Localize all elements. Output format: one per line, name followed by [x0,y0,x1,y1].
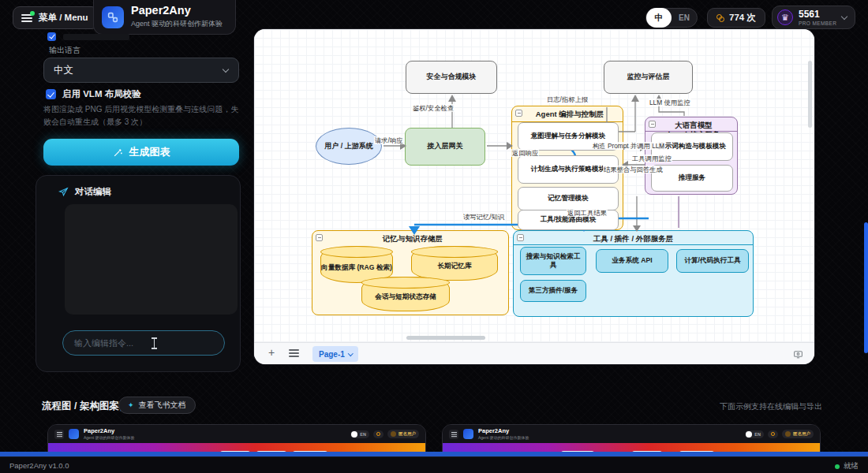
tools-layer-title: 工具 / 插件 / 外部服务层 [561,234,705,244]
chat-command-input[interactable]: 输入编辑指令... [62,330,225,356]
node-gateway[interactable]: 接入层网关 [405,128,485,166]
app-logo[interactable]: Paper2Any Agent 驱动的科研创作新体验 [93,0,236,35]
mini-app-title: Paper2Any [84,428,134,434]
chat-input-placeholder: 输入编辑指令... [74,337,133,349]
vlm-checkbox-label: 启用 VLM 布局校验 [62,88,141,100]
edge-label-llm-monitor: LLM 使用监控 [649,99,691,106]
checkbox-checked-icon [46,89,56,99]
canvas-vertical-scrollbar[interactable] [808,61,812,128]
examples-heading: 流程图 / 架构图案例 [42,400,129,413]
mini-user-badge: 匿名用户 [782,430,814,438]
hamburger-icon [54,430,64,439]
collapse-icon[interactable] [517,234,524,241]
credits-counter[interactable]: 774 次 [707,8,765,28]
output-language-value: 中文 [54,64,73,77]
node-monitor[interactable]: 监控与评估层 [604,61,693,94]
edge-label-tool-monitor: 工具调用监控 [631,155,672,162]
ready-status: 就绪 [835,461,859,471]
edge-label-response: 返回响应 [511,149,539,157]
page-scrollbar-thumb[interactable] [864,222,868,353]
checkbox-checked-icon [47,32,56,41]
member-tier: PRO MEMBER [799,20,836,26]
node-user[interactable]: 用户 / 上游系统 [316,128,382,165]
hamburger-icon [21,14,32,22]
edge-label-memory-rw: 读写记忆/知识 [462,213,505,221]
tool-code-execution[interactable]: 计算/代码执行工具 [676,249,749,273]
mini-topbar: Paper2Any Agent 驱动的科研创作新体验 EN 匿名用户 [443,425,820,443]
canvas-horizontal-scrollbar[interactable] [406,336,485,340]
mini-language-toggle: EN [350,430,369,438]
link-chain-icon [69,429,79,439]
language-toggle[interactable]: 中 EN [645,8,698,28]
member-badge[interactable]: ♛ 5561 PRO MEMBER [772,6,855,29]
diagram-canvas: 安全与合规模块 监控与评估层 用户 / 上游系统 接入层网关 Agent 编排与… [254,29,814,364]
edge-label-prompt: 构造 Prompt 并调用 LLM [592,142,665,150]
diagram-sheet[interactable]: 安全与合规模块 监控与评估层 用户 / 上游系统 接入层网关 Agent 编排与… [254,29,814,342]
mini-credits [768,430,778,438]
mini-credits [373,430,383,438]
agent-layer-title: Agent 编排与控制层 [520,110,619,119]
mini-user-badge: 匿名用户 [387,430,419,438]
menu-button[interactable]: 菜单 / Menu [13,6,99,29]
link-chain-icon [463,429,473,439]
paper-plane-icon [58,187,69,197]
edge-label-logs: 日志/指标上报 [546,95,589,103]
link-chain-icon [102,6,124,28]
generate-button-label: 生成图表 [129,145,170,159]
magic-wand-icon [113,147,123,158]
outline-toggle-icon[interactable] [793,348,803,363]
mini-app-title: Paper2Any [478,428,529,434]
canvas-toolbar: + Page-1 [254,342,814,364]
group-tools-plugins[interactable]: 工具 / 插件 / 外部服务层 搜索与知识检索工具 业务系统 API 计算/代码… [513,230,754,317]
crown-icon: ♛ [777,9,793,25]
chat-panel-title: 对话编辑 [75,186,111,198]
chat-edit-panel: 对话编辑 输入编辑指令... [36,175,241,372]
app-title: Paper2Any [131,5,223,17]
feishu-doc-label: 查看飞书文档 [139,400,186,411]
module-memory-mgmt[interactable]: 记忆管理模块 [518,187,619,210]
output-language-select[interactable]: 中文 [43,58,239,83]
mini-language-toggle: EN [745,430,764,438]
tool-search-retrieval[interactable]: 搜索与知识检索工具 [520,247,586,275]
mini-topbar: Paper2Any Agent 驱动的科研创作新体验 EN 匿名用户 [48,425,425,443]
add-page-button[interactable]: + [265,347,278,359]
mini-app-subtitle: Agent 驱动的科研创作新体验 [84,435,134,440]
edge-label-auth: 鉴权/安全检查 [412,104,455,112]
generate-diagram-button[interactable]: 生成图表 [43,139,239,166]
store-session-state[interactable]: 会话与短期状态存储 [361,277,450,311]
lang-en[interactable]: EN [672,13,697,22]
sparkle-icon: ✦ [128,401,134,409]
coins-icon [716,14,724,22]
app-subtitle: Agent 驱动的科研创作新体验 [131,19,223,29]
clipped-checkbox-row [47,32,129,41]
mini-app-subtitle: Agent 驱动的科研创作新体验 [478,435,529,440]
group-memory-storage[interactable]: 记忆与知识存储层 向量数据库 (RAG 检索) 长期记忆库 会话与短期状态存储 [312,230,509,315]
notification-dot [30,11,35,16]
output-language-label: 输出语言 [49,45,80,56]
hamburger-icon [449,430,458,439]
tool-thirdparty-plugin[interactable]: 第三方插件/服务 [520,280,586,302]
vlm-checkbox[interactable]: 启用 VLM 布局校验 [46,88,141,100]
app-version: Paper2Any v1.0.0 [9,461,69,470]
node-security[interactable]: 安全与合规模块 [406,61,497,94]
text-cursor-icon [152,337,157,349]
vlm-help-text: 将图渲染成 PNG 后用视觉模型检测重叠与连线问题，失败会自动重生成（最多 3 … [43,103,242,128]
edge-label-request: 请求/响应 [374,136,404,144]
member-points: 5561 [799,9,836,19]
page-tab[interactable]: Page-1 [312,346,358,362]
chevron-down-icon [841,13,847,19]
chevron-down-icon [223,65,229,72]
memory-layer-title: 记忆与知识存储层 [320,234,505,244]
feishu-doc-button[interactable]: ✦ 查看飞书文档 [118,397,196,414]
chat-history-area[interactable] [65,204,238,315]
status-bar: Paper2Any v1.0.0 就绪 [0,456,868,473]
credits-value: 774 次 [729,12,756,24]
menu-label: 菜单 / Menu [39,12,88,24]
edge-label-tool-return: 返回工具结果 [567,209,608,217]
store-longterm-memory[interactable]: 长期记忆库 [411,246,498,281]
chevron-down-icon [348,351,353,356]
page-tab-label: Page-1 [319,350,345,359]
pages-list-icon[interactable] [289,349,299,357]
tool-business-api[interactable]: 业务系统 API [596,249,668,273]
lang-zh[interactable]: 中 [646,8,672,28]
